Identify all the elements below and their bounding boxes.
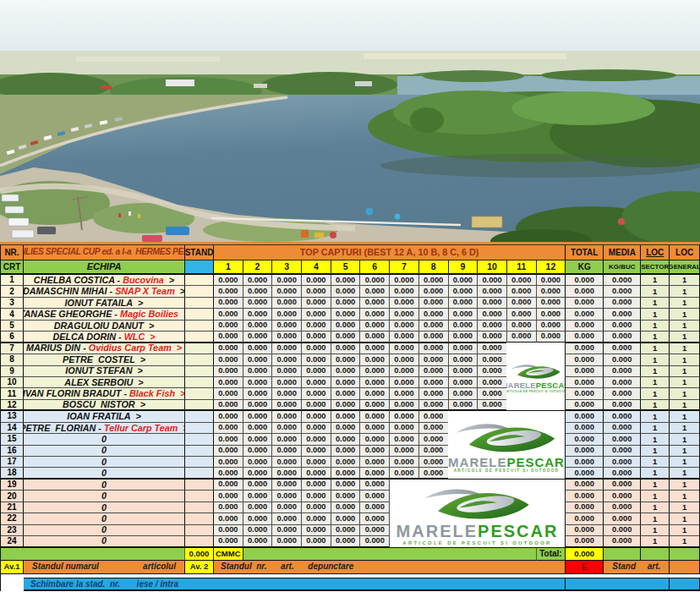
capture-value-cell[interactable]: 0.000 <box>478 366 507 377</box>
capture-value-cell[interactable]: 0.000 <box>419 366 449 377</box>
capture-value-cell[interactable]: 0.000 <box>214 377 243 388</box>
stand-cell[interactable] <box>185 309 214 320</box>
loc-general-cell[interactable]: 1 <box>670 502 700 513</box>
capture-value-cell[interactable]: 0.000 <box>537 321 566 332</box>
capture-value-cell[interactable]: 0.000 <box>214 480 243 491</box>
team-cell[interactable]: TANASE GHEORGHE - Magic Boilies > <box>24 309 185 320</box>
loc-general-cell[interactable]: 1 <box>670 536 700 547</box>
team-cell[interactable]: PETRE COSTEL > <box>24 354 185 365</box>
capture-value-cell[interactable]: 0.000 <box>243 400 273 411</box>
capture-value-cell[interactable]: 0.000 <box>243 513 273 524</box>
capture-value-cell[interactable]: 0.000 <box>478 298 507 309</box>
capture-value-cell[interactable]: 0.000 <box>243 480 273 491</box>
capture-value-cell[interactable]: 0.000 <box>390 343 419 354</box>
capture-value-cell[interactable]: 0.000 <box>272 536 302 547</box>
media-cell[interactable]: 0.000 <box>604 457 641 468</box>
capture-value-cell[interactable]: 0.000 <box>537 275 566 286</box>
capture-value-cell[interactable]: 0.000 <box>507 275 537 286</box>
loc-sector-cell[interactable]: 1 <box>641 377 670 388</box>
capture-value-cell[interactable]: 0.000 <box>360 491 390 502</box>
capture-value-cell[interactable]: 0.000 <box>214 434 243 445</box>
capture-value-cell[interactable]: 0.000 <box>390 434 419 445</box>
loc-general-cell[interactable]: 1 <box>670 525 700 536</box>
capture-value-cell[interactable]: 0.000 <box>419 434 449 445</box>
stand-cell[interactable] <box>185 366 214 377</box>
capture-value-cell[interactable]: 0.000 <box>272 309 302 320</box>
capture-value-cell[interactable]: 0.000 <box>243 457 273 468</box>
capture-value-cell[interactable]: 0.000 <box>390 366 419 377</box>
capture-value-cell[interactable]: 0.000 <box>360 321 390 332</box>
stand-cell[interactable] <box>185 400 214 411</box>
capture-value-cell[interactable]: 0.000 <box>331 309 361 320</box>
capture-value-cell[interactable]: 0.000 <box>449 275 479 286</box>
media-cell[interactable]: 0.000 <box>604 491 641 502</box>
total-kg-cell[interactable]: 0.000 <box>566 298 604 309</box>
total-kg-cell[interactable]: 0.000 <box>566 423 604 434</box>
stand-cell[interactable] <box>185 343 214 354</box>
team-cell[interactable]: 0 <box>24 502 185 513</box>
stand-total-cell[interactable]: 0.000 <box>185 548 214 561</box>
capture-value-cell[interactable]: 0.000 <box>302 411 331 422</box>
capture-value-cell[interactable]: 0.000 <box>507 309 537 320</box>
capture-value-cell[interactable]: 0.000 <box>537 332 566 343</box>
capture-value-cell[interactable]: 0.000 <box>360 525 390 536</box>
capture-value-cell[interactable]: 0.000 <box>449 332 479 343</box>
capture-value-cell[interactable]: 0.000 <box>331 388 361 399</box>
capture-value-cell[interactable]: 0.000 <box>360 400 390 411</box>
capture-value-cell[interactable]: 0.000 <box>360 423 390 434</box>
capture-value-cell[interactable]: 0.000 <box>302 332 331 343</box>
cmmc-cell[interactable]: CMMC <box>214 548 243 561</box>
total-kg-cell[interactable]: 0.000 <box>566 411 604 422</box>
capture-value-cell[interactable]: 0.000 <box>214 502 243 513</box>
loc-sector-cell[interactable]: 1 <box>641 321 670 332</box>
capture-value-cell[interactable]: 0.000 <box>302 275 331 286</box>
capture-value-cell[interactable]: 0.000 <box>243 446 273 457</box>
capture-value-cell[interactable]: 0.000 <box>478 388 507 399</box>
capture-value-cell[interactable]: 0.000 <box>272 275 302 286</box>
capture-value-cell[interactable]: 0.000 <box>419 298 449 309</box>
total-kg-cell[interactable]: 0.000 <box>566 480 604 491</box>
capture-value-cell[interactable]: 0.000 <box>331 536 361 547</box>
capture-value-cell[interactable]: 0.000 <box>214 366 243 377</box>
stand-cell[interactable] <box>185 411 214 422</box>
capture-value-cell[interactable]: 0.000 <box>243 332 273 343</box>
team-cell[interactable]: CHELBA COSTICA - Bucovina > <box>24 275 185 286</box>
capture-value-cell[interactable]: 0.000 <box>272 321 302 332</box>
loc-general-cell[interactable]: 1 <box>670 480 700 491</box>
capture-value-cell[interactable]: 0.000 <box>390 298 419 309</box>
capture-value-cell[interactable]: 0.000 <box>302 354 331 365</box>
capture-value-cell[interactable]: 0.000 <box>331 332 361 343</box>
capture-value-cell[interactable]: 0.000 <box>360 513 390 524</box>
capture-value-cell[interactable]: 0.000 <box>243 366 273 377</box>
loc-sector-cell[interactable]: 1 <box>641 286 670 297</box>
loc-general-cell[interactable]: 1 <box>670 468 700 479</box>
capture-value-cell[interactable]: 0.000 <box>390 332 419 343</box>
loc-general-cell[interactable]: 1 <box>670 286 700 297</box>
capture-value-cell[interactable]: 0.000 <box>419 354 449 365</box>
capture-value-cell[interactable]: 0.000 <box>390 321 419 332</box>
capture-value-cell[interactable]: 0.000 <box>272 411 302 422</box>
capture-value-cell[interactable]: 0.000 <box>419 321 449 332</box>
stand-cell[interactable] <box>185 480 214 491</box>
loc-general-cell[interactable]: 1 <box>670 354 700 365</box>
team-cell[interactable]: 0 <box>24 480 185 491</box>
loc-sector-cell[interactable]: 1 <box>641 343 670 354</box>
capture-value-cell[interactable]: 0.000 <box>390 457 419 468</box>
capture-value-cell[interactable]: 0.000 <box>331 366 361 377</box>
loc-sector-cell[interactable]: 1 <box>641 536 670 547</box>
media-cell[interactable]: 0.000 <box>604 354 641 365</box>
team-cell[interactable]: IVAN FLORIN BRADUT - Black Fish > <box>24 388 185 399</box>
media-cell[interactable]: 0.000 <box>604 513 641 524</box>
capture-value-cell[interactable]: 0.000 <box>419 309 449 320</box>
capture-value-cell[interactable]: 0.000 <box>507 298 537 309</box>
media-cell[interactable]: 0.000 <box>604 525 641 536</box>
capture-value-cell[interactable]: 0.000 <box>419 411 449 422</box>
total-kg-cell[interactable]: 0.000 <box>566 388 604 399</box>
capture-value-cell[interactable]: 0.000 <box>390 446 419 457</box>
capture-value-cell[interactable]: 0.000 <box>390 354 419 365</box>
total-kg-cell[interactable]: 0.000 <box>566 468 604 479</box>
loc-general-cell[interactable]: 1 <box>670 457 700 468</box>
loc-general-cell[interactable]: 1 <box>670 377 700 388</box>
capture-value-cell[interactable]: 0.000 <box>272 525 302 536</box>
stand-cell[interactable] <box>185 502 214 513</box>
